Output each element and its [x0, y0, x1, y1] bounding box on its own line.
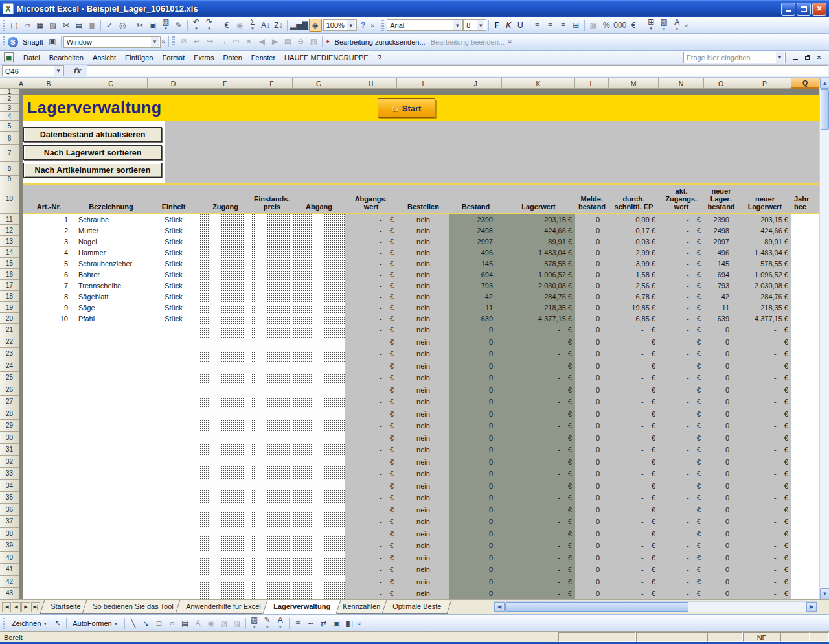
cell-einheit[interactable]	[148, 492, 199, 504]
cell-bestellen[interactable]: nein	[397, 480, 449, 492]
cell-durchschnittl_ep[interactable]: 6,78 €	[609, 291, 659, 302]
cell-artnr[interactable]	[23, 348, 74, 360]
row-header-7[interactable]: 7	[0, 145, 19, 162]
cell-abgangswert[interactable]: - €	[345, 432, 397, 444]
cell-zugang[interactable]	[199, 456, 251, 468]
cell-zugang[interactable]	[199, 396, 251, 408]
cell-zugang[interactable]	[199, 236, 251, 247]
menu-item-format[interactable]: Format	[157, 52, 189, 63]
cell-jahresbedarf[interactable]	[791, 528, 819, 540]
permission-icon[interactable]: ▨	[47, 19, 60, 32]
cell-lagerwert[interactable]: 424,66 €	[502, 225, 575, 236]
cell-durchschnittl_ep[interactable]: 2,56 €	[609, 280, 659, 291]
cell-neuer_lagerwert[interactable]: - €	[738, 492, 791, 504]
cell-abgang[interactable]	[293, 280, 345, 291]
cell-durchschnittl_ep[interactable]: - €	[609, 552, 659, 564]
spelling-icon[interactable]: ✓	[103, 19, 116, 32]
cell-meldebestand[interactable]: 0	[575, 576, 609, 588]
row-header-29[interactable]: 29	[0, 420, 19, 432]
cell-einheit[interactable]: Stück	[148, 302, 199, 313]
cell-bestand[interactable]: 639	[449, 313, 502, 324]
cell-jahresbedarf[interactable]	[791, 225, 819, 236]
cell-neuer_lagerwert[interactable]: - €	[738, 408, 791, 420]
formula-input[interactable]	[87, 65, 828, 76]
row-header-14[interactable]: 14	[0, 247, 19, 258]
row-header-17[interactable]: 17	[0, 280, 19, 291]
row-header-28[interactable]: 28	[0, 408, 19, 420]
row-header-22[interactable]: 22	[0, 336, 19, 349]
cell-zugang[interactable]	[199, 576, 251, 588]
cell-abgang[interactable]	[293, 291, 345, 302]
cell-durchschnittl_ep[interactable]: 2,99 €	[609, 247, 659, 258]
row-header-9[interactable]: 9	[0, 176, 19, 183]
cell-zugang[interactable]	[199, 588, 251, 599]
cell-bestellen[interactable]: nein	[397, 456, 449, 468]
cell-meldebestand[interactable]: 0	[575, 528, 609, 540]
toolbar-grip[interactable]	[3, 20, 5, 31]
cell-neuer_lagerwert[interactable]: - €	[738, 456, 791, 468]
scroll-right-icon[interactable]: ▶	[806, 602, 817, 612]
cell-bestand[interactable]: 0	[449, 480, 502, 492]
column-header-I[interactable]: I	[397, 78, 449, 89]
cell-artnr[interactable]	[23, 360, 74, 373]
cell-bestand[interactable]: 0	[449, 588, 502, 599]
cell-einstandspreis[interactable]	[251, 291, 293, 302]
cell-abgangswert[interactable]: - €	[345, 360, 397, 373]
cell-bestand[interactable]: 793	[449, 280, 502, 291]
column-header-C[interactable]: C	[74, 78, 148, 89]
cell-neuer_lagerwert[interactable]: 4.377,15 €	[738, 313, 791, 324]
cell-abgangswert[interactable]: - €	[345, 444, 397, 456]
cell-neuer_lagerbestand[interactable]: 0	[704, 588, 738, 599]
cell-einheit[interactable]	[148, 540, 199, 552]
cell-lagerwert[interactable]: - €	[502, 444, 575, 456]
scroll-up-icon[interactable]: ▲	[820, 78, 829, 89]
diagram-icon[interactable]: ◉	[205, 617, 218, 630]
vertical-scrollbar[interactable]: ▲ ▼	[819, 78, 829, 599]
cell-lagerwert[interactable]: - €	[502, 384, 575, 397]
cell-bezeichnung[interactable]	[74, 408, 148, 420]
font-color-icon[interactable]: A▾	[670, 19, 683, 32]
font-size-select[interactable]: 8▼	[463, 19, 486, 31]
cell-einheit[interactable]	[148, 372, 199, 384]
cell-abgang[interactable]	[293, 396, 345, 408]
cell-akt_zugangswert[interactable]: - €	[659, 302, 704, 313]
cell-abgangswert[interactable]: - €	[345, 492, 397, 504]
next-sheet-icon[interactable]: ▶	[21, 602, 30, 612]
cell-einstandspreis[interactable]	[251, 360, 293, 373]
cell-artnr[interactable]	[23, 576, 74, 588]
borders-icon[interactable]: ⊞▾	[644, 19, 657, 32]
row-header-33[interactable]: 33	[0, 468, 19, 480]
menu-item-bearbeiten[interactable]: Bearbeiten	[45, 52, 88, 63]
cell-abgangswert[interactable]: - €	[345, 576, 397, 588]
cell-bestellen[interactable]: nein	[397, 225, 449, 236]
cell-neuer_lagerwert[interactable]: 89,91 €	[738, 236, 791, 247]
line-icon[interactable]: ╲	[127, 617, 140, 630]
column-header-F[interactable]: F	[251, 78, 293, 89]
cell-akt_zugangswert[interactable]: - €	[659, 280, 704, 291]
cell-akt_zugangswert[interactable]: - €	[659, 564, 704, 576]
cell-meldebestand[interactable]: 0	[575, 492, 609, 504]
cell-neuer_lagerwert[interactable]: - €	[738, 588, 791, 599]
autosum-icon[interactable]: Σ▾	[246, 19, 259, 32]
cell-neuer_lagerbestand[interactable]: 2997	[704, 236, 738, 247]
cell-abgangswert[interactable]: - €	[345, 372, 397, 384]
menu-item-extras[interactable]: Extras	[189, 52, 218, 63]
cell-zugang[interactable]	[199, 258, 251, 269]
cell-neuer_lagerwert[interactable]: 284,76 €	[738, 291, 791, 302]
toolbar-overflow-icon[interactable]: »	[356, 621, 363, 625]
cell-abgangswert[interactable]: - €	[345, 225, 397, 236]
cell-zugang[interactable]	[199, 360, 251, 373]
euro-converter-icon[interactable]: €	[220, 19, 233, 32]
cell-bestand[interactable]: 0	[449, 492, 502, 504]
cell-meldebestand[interactable]: 0	[575, 384, 609, 397]
cell-bezeichnung[interactable]: Säge	[74, 302, 148, 313]
oval-icon[interactable]: ○	[166, 617, 179, 630]
cell-durchschnittl_ep[interactable]: - €	[609, 324, 659, 336]
menu-item-daten[interactable]: Daten	[218, 52, 246, 63]
cell-abgangswert[interactable]: - €	[345, 302, 397, 313]
cell-bezeichnung[interactable]	[74, 348, 148, 360]
cell-zugang[interactable]	[199, 372, 251, 384]
cell-bezeichnung[interactable]	[74, 384, 148, 397]
cell-neuer_lagerwert[interactable]: 1.096,52 €	[738, 269, 791, 280]
cell-abgang[interactable]	[293, 313, 345, 324]
